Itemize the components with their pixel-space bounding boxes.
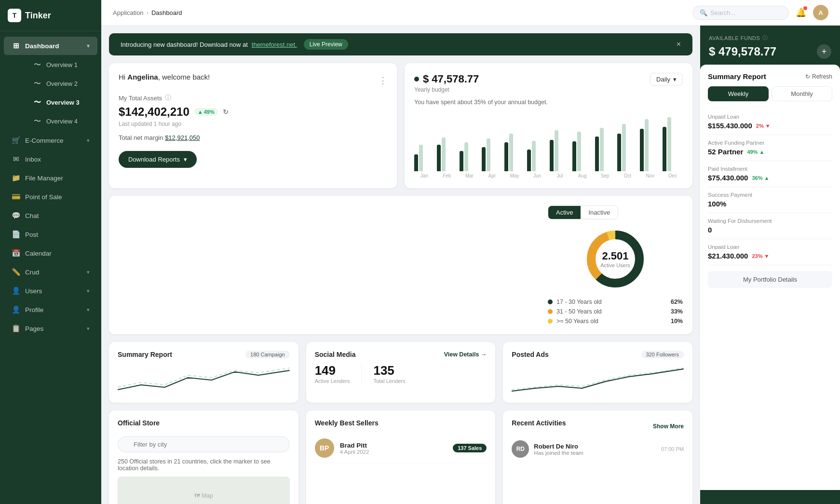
last-updated: Last updated 1 hour ago xyxy=(119,121,387,127)
sidebar-item-post[interactable]: 📄 Post xyxy=(4,225,97,244)
sidebar-item-profile[interactable]: 👤 Profile ▾ xyxy=(4,300,97,319)
map-area: 🗺 Map xyxy=(118,477,290,504)
bar-chart xyxy=(414,113,683,171)
sidebar-item-pages[interactable]: 📋 Pages ▾ xyxy=(4,319,97,338)
sidebar-item-dashboard[interactable]: ⊞ Dashboard ▾ xyxy=(4,37,97,55)
store-note: 250 Official stores in 21 countries, cli… xyxy=(118,458,290,472)
filter-wrapper: 📍 xyxy=(118,436,290,452)
inbox-icon: ✉ xyxy=(12,155,20,163)
sidebar-item-calendar[interactable]: 📅 Calendar xyxy=(4,244,97,262)
mini-card-header: Posted Ads 320 Followers xyxy=(512,351,684,358)
summary-tabs: Weekly Monthly xyxy=(708,86,832,101)
chevron-down-icon: ▾ xyxy=(673,76,677,83)
budget-label: Yearly budget xyxy=(414,86,479,93)
budget-card: $ 47,578.77 Yearly budget Daily ▾ You ha… xyxy=(405,63,692,188)
sidebar-item-overview2[interactable]: 〜 Overview 2 xyxy=(25,74,97,93)
logo: T Tinker xyxy=(0,0,101,31)
content-area: Introducing new dashboard! Download now … xyxy=(101,26,840,504)
wave-icon: 〜 xyxy=(33,79,41,88)
sidebar-item-ecommerce[interactable]: 🛒 E-Commerce ▾ xyxy=(4,131,97,150)
sidebar-item-overview3[interactable]: 〜 Overview 3 xyxy=(25,93,97,112)
tab-weekly[interactable]: Weekly xyxy=(708,86,769,101)
wave-icon: 〜 xyxy=(33,98,41,107)
sidebar-item-pos[interactable]: 💳 Point of Sale xyxy=(4,188,97,206)
dashboard-grid: Hi Angelina, welcome back! ⋮ My Total As… xyxy=(101,55,700,342)
social-media-mini-card: Social Media View Details → 149 Active L… xyxy=(306,342,496,403)
donut-card: Active Inactive xyxy=(109,196,692,334)
chevron-icon: ▾ xyxy=(87,43,90,49)
cart-icon: 🛒 xyxy=(12,136,20,145)
portfolio-details-button[interactable]: My Portfolio Details xyxy=(708,271,832,288)
sidebar-item-users[interactable]: 👤 Users ▾ xyxy=(4,282,97,300)
more-options-icon[interactable]: ⋮ xyxy=(379,75,387,86)
profile-icon: 👤 xyxy=(12,305,20,314)
city-filter-input[interactable] xyxy=(118,436,290,452)
avatar[interactable]: A xyxy=(813,5,828,20)
chevron-icon: ▾ xyxy=(87,288,90,294)
refresh-icon: ↻ xyxy=(805,73,810,80)
badge-down: 2% ▼ xyxy=(756,123,771,129)
period-select[interactable]: Daily ▾ xyxy=(650,73,683,86)
welcome-greeting: Hi Angelina, welcome back! xyxy=(119,73,210,81)
active-button[interactable]: Active xyxy=(548,206,581,219)
summary-row-disbursement: Waiting For Disbursement 0 xyxy=(708,213,832,239)
sidebar-item-chat[interactable]: 💬 Chat xyxy=(4,206,97,225)
activity-info: Robert De Niro Has joined the team xyxy=(534,443,656,456)
summary-row-active-partner: Active Funding Partner 52 Partner 49% ▲ xyxy=(708,135,832,161)
donut-label: 2.501 Active Users xyxy=(600,250,630,268)
sidebar-item-overview4[interactable]: 〜 Overview 4 xyxy=(25,112,97,131)
pos-icon: 💳 xyxy=(12,192,20,201)
sidebar-item-overview1[interactable]: 〜 Overview 1 xyxy=(25,55,97,74)
download-reports-button[interactable]: Download Reports ▾ xyxy=(119,151,197,168)
mini-numbers: 149 Active Lenders 135 Total Lenders xyxy=(315,363,487,384)
crud-icon: ✏️ xyxy=(12,268,20,276)
seller-item: BP Brad Pitt 4 April 2022 137 Sales xyxy=(315,434,487,463)
funds-header: AVAILABLE FUNDS ⓘ $ 479,578.77 + xyxy=(700,26,840,65)
sidebar-item-filemanager[interactable]: 📁 File Manager xyxy=(4,169,97,187)
legend-item: >= 50 Years old 10% xyxy=(548,318,683,325)
lower-section: Official Store 📍 250 Official stores in … xyxy=(101,410,700,504)
refresh-icon[interactable]: ↻ xyxy=(223,108,229,116)
sidebar-item-inbox[interactable]: ✉ Inbox xyxy=(4,150,97,168)
inactive-button[interactable]: Inactive xyxy=(581,206,618,219)
folder-icon: 📁 xyxy=(12,174,20,182)
mini-card-header: Summary Report 180 Campaign xyxy=(118,351,290,358)
legend-dot-green xyxy=(548,300,553,304)
welcome-card: Hi Angelina, welcome back! ⋮ My Total As… xyxy=(109,63,397,188)
budget-amount: $ 47,578.77 xyxy=(423,73,479,85)
legend-item: 17 - 30 Years old 62% xyxy=(548,299,683,305)
bottom-cards: Summary Report 180 Campaign Social Media… xyxy=(101,342,700,410)
chart-months: Jan Feb Mar Apr May Jun Jul Aug Sep Oct … xyxy=(414,173,683,178)
chevron-icon: ▾ xyxy=(87,137,90,144)
view-details-link[interactable]: View Details → xyxy=(444,351,487,358)
refresh-button[interactable]: ↻ Refresh xyxy=(805,73,832,80)
assets-label: My Total Assets ⓘ xyxy=(119,94,387,102)
net-margin-link[interactable]: $12,921,050 xyxy=(165,134,200,141)
search-input[interactable]: 🔍 Search... xyxy=(692,6,789,20)
donut-chart: 2.501 Active Users xyxy=(582,225,649,293)
dashboard-icon: ⊞ xyxy=(12,41,20,50)
right-panel: AVAILABLE FUNDS ⓘ $ 479,578.77 + Summary… xyxy=(700,26,840,504)
show-more-link[interactable]: Show More xyxy=(653,423,684,430)
close-icon[interactable]: × xyxy=(677,40,681,49)
sidebar-item-crud[interactable]: ✏️ Crud ▾ xyxy=(4,263,97,281)
activity-item: RD Robert De Niro Has joined the team 07… xyxy=(512,436,684,462)
live-preview-button[interactable]: Live Preview xyxy=(304,39,348,50)
topbar-right: 🔍 Search... 🔔 A xyxy=(692,5,828,20)
add-funds-button[interactable]: + xyxy=(817,44,831,59)
seller-info: Brad Pitt 4 April 2022 xyxy=(340,442,447,455)
summary-report-title: Summary Report ↻ Refresh xyxy=(708,72,832,81)
chevron-icon: ▾ xyxy=(87,326,90,332)
badge-up: 49% ▲ xyxy=(747,149,764,155)
banner-link[interactable]: themeforest.net. xyxy=(252,41,297,48)
announcement-banner: Introducing new dashboard! Download now … xyxy=(109,33,692,55)
best-sellers-card: Weekly Best Sellers BP Brad Pitt 4 April… xyxy=(306,410,496,504)
tab-monthly[interactable]: Monthly xyxy=(772,86,832,101)
legend-dot-orange xyxy=(548,309,553,314)
chevron-down-icon: ▾ xyxy=(184,156,187,163)
notification-dot xyxy=(803,6,807,10)
banner-text: Introducing new dashboard! Download now … xyxy=(121,41,248,48)
notification-bell[interactable]: 🔔 xyxy=(796,7,806,18)
info-icon: ⓘ xyxy=(762,34,768,41)
users-icon: 👤 xyxy=(12,286,20,295)
